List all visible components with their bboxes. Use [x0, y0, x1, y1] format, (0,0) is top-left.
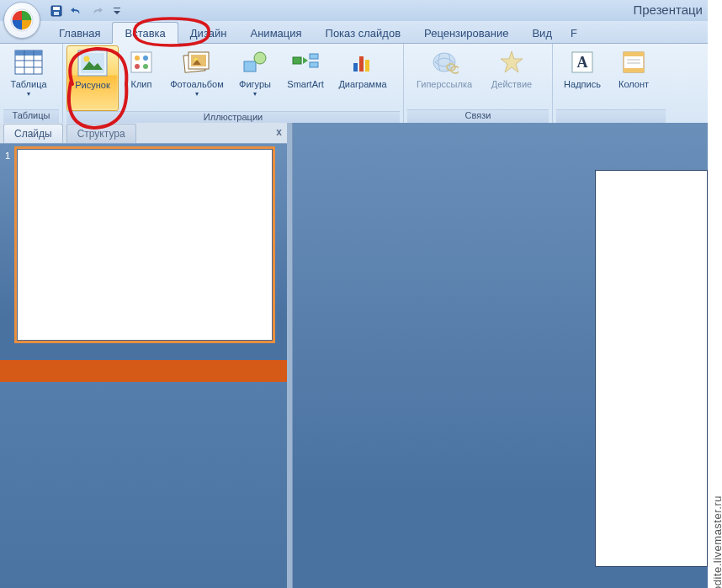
- svg-rect-27: [310, 62, 318, 67]
- ribbon: Таблица ▾ Таблицы: [0, 44, 708, 124]
- group-text-label: [556, 109, 666, 124]
- hyperlink-icon: [430, 50, 459, 74]
- action-button[interactable]: Действие: [483, 45, 540, 109]
- smartart-icon: [291, 50, 320, 74]
- headerfooter-label: Колонт: [618, 79, 649, 89]
- table-label: Таблица: [10, 79, 46, 89]
- undo-button[interactable]: [67, 3, 86, 19]
- svg-rect-26: [310, 54, 318, 59]
- slide-edit-area[interactable]: [287, 123, 708, 588]
- textbox-label: Надпись: [564, 79, 601, 89]
- slide-thumbnail[interactable]: [17, 149, 273, 341]
- tab-animation[interactable]: Анимация: [239, 23, 314, 43]
- chart-button[interactable]: Диаграмма: [332, 45, 393, 109]
- svg-rect-3: [54, 12, 59, 15]
- pane-tabs: Слайды Структура x: [0, 123, 287, 144]
- tab-view[interactable]: Вид: [520, 23, 564, 43]
- redo-button[interactable]: [88, 3, 106, 19]
- pane-splitter[interactable]: [287, 123, 293, 588]
- svg-point-16: [143, 56, 148, 61]
- group-text: A Надпись Колон: [553, 44, 669, 124]
- textbox-icon: A: [570, 50, 595, 75]
- svg-point-15: [135, 56, 140, 61]
- window-title: Презентаци: [634, 3, 703, 17]
- slide-thumbnail-row[interactable]: 1: [5, 149, 282, 341]
- save-button[interactable]: [47, 3, 66, 19]
- pane-tab-outline[interactable]: Структура: [66, 124, 136, 143]
- floppy-disk-icon: [50, 5, 62, 17]
- svg-rect-12: [81, 53, 104, 73]
- tab-home[interactable]: Главная: [47, 23, 112, 43]
- tab-insert[interactable]: Вставка: [112, 22, 178, 44]
- orange-strip: [0, 360, 287, 382]
- clip-button[interactable]: Клип: [120, 45, 162, 109]
- svg-point-24: [254, 52, 266, 64]
- group-illustrations: Рисунок Клип: [63, 44, 404, 124]
- shapes-button[interactable]: Фигуры ▾: [231, 45, 279, 109]
- ribbon-tabs: Главная Вставка Дизайн Анимация Показ сл…: [0, 21, 708, 44]
- chart-label: Диаграмма: [338, 79, 386, 89]
- chevron-down-icon: ▾: [195, 90, 199, 98]
- redo-icon: [90, 5, 104, 17]
- tab-slideshow[interactable]: Показ слайдов: [314, 23, 413, 43]
- tab-design[interactable]: Дизайн: [178, 23, 239, 43]
- group-links-label: Связи: [407, 109, 549, 124]
- close-pane-button[interactable]: x: [276, 126, 282, 138]
- slides-pane: Слайды Структура x 1: [0, 123, 287, 588]
- slide-number: 1: [5, 151, 17, 161]
- office-button[interactable]: [3, 2, 40, 39]
- svg-rect-6: [15, 50, 42, 56]
- title-bar: Презентаци: [0, 0, 708, 21]
- svg-rect-4: [114, 8, 120, 8]
- table-button[interactable]: Таблица ▾: [3, 45, 54, 109]
- hyperlink-label: Гиперссылка: [417, 79, 472, 89]
- action-label: Действие: [491, 79, 532, 89]
- tab-extra[interactable]: F: [564, 23, 581, 43]
- tab-review[interactable]: Рецензирование: [412, 23, 520, 43]
- svg-rect-39: [624, 68, 644, 72]
- svg-text:A: A: [577, 54, 588, 71]
- svg-rect-25: [293, 57, 301, 64]
- picture-button[interactable]: Рисунок: [66, 45, 119, 111]
- table-icon: [14, 50, 43, 75]
- svg-rect-29: [359, 56, 364, 72]
- photoalbum-label: Фотоальбом: [170, 79, 224, 89]
- smartart-label: SmartArt: [287, 79, 323, 89]
- textbox-button[interactable]: A Надпись: [556, 45, 608, 109]
- office-logo-icon: [10, 8, 34, 32]
- action-icon: [499, 50, 524, 75]
- picture-icon: [77, 50, 108, 77]
- group-tables: Таблица ▾ Таблицы: [0, 44, 63, 124]
- svg-point-17: [135, 64, 140, 69]
- svg-rect-28: [353, 63, 358, 72]
- photoalbum-icon: [183, 50, 211, 75]
- svg-rect-30: [365, 60, 369, 72]
- quick-access-toolbar: [47, 0, 126, 21]
- headerfooter-button[interactable]: Колонт: [610, 45, 657, 109]
- hyperlink-button[interactable]: Гиперссылка: [407, 45, 481, 109]
- undo-icon: [70, 5, 83, 17]
- pane-tab-slides[interactable]: Слайды: [3, 124, 63, 143]
- svg-marker-34: [501, 51, 523, 72]
- clip-icon: [129, 50, 154, 75]
- svg-point-18: [143, 64, 148, 69]
- group-links: Гиперссылка Действие Связи: [404, 44, 553, 124]
- svg-point-13: [84, 56, 90, 62]
- svg-rect-38: [624, 52, 644, 56]
- smartart-button[interactable]: SmartArt: [280, 45, 331, 109]
- picture-label: Рисунок: [75, 80, 110, 90]
- clip-label: Клип: [131, 79, 152, 89]
- chevron-down-icon: ▾: [253, 90, 257, 98]
- svg-rect-14: [131, 52, 151, 72]
- photoalbum-button[interactable]: Фотоальбом ▾: [164, 45, 230, 109]
- shapes-icon: [242, 50, 268, 75]
- thumbnail-area[interactable]: 1: [0, 144, 287, 360]
- group-illustrations-label: Иллюстрации: [66, 111, 400, 124]
- headerfooter-icon: [621, 50, 646, 75]
- chevron-down-icon: [114, 6, 120, 16]
- workspace: Слайды Структура x 1: [0, 123, 708, 588]
- qat-customize[interactable]: [108, 3, 126, 19]
- slide-canvas[interactable]: [595, 170, 708, 567]
- watermark: grodite.livemaster.ru: [711, 495, 722, 588]
- group-tables-label: Таблицы: [3, 109, 59, 124]
